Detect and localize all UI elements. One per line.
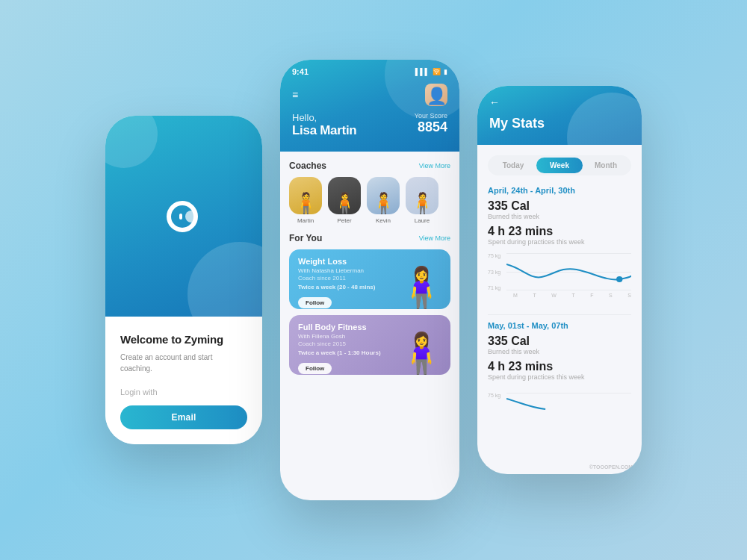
coach-figure-kevin: 🧍 bbox=[371, 193, 397, 214]
stats-time-label-2: Spent during practices this week bbox=[488, 373, 631, 381]
stats-time-1: 4 h 23 mins bbox=[488, 225, 631, 238]
card-weight-loss-figure: 🧍‍♀️ bbox=[396, 249, 447, 309]
login-email-button[interactable]: Email bbox=[120, 405, 247, 429]
chart1-day-s2: S bbox=[627, 293, 631, 298]
chart1-day-w: W bbox=[551, 293, 557, 298]
card-full-body-figure: 🧍‍♀️ bbox=[396, 315, 447, 375]
menu-icon[interactable]: ≡ bbox=[292, 89, 298, 101]
stats-cal-2: 335 Cal bbox=[488, 335, 631, 348]
coach-avatar-kevin: 🧍 bbox=[367, 177, 400, 214]
greeting-block: Hello, Lisa Martin bbox=[292, 112, 356, 138]
card-weight-loss-follow[interactable]: Follow bbox=[298, 297, 332, 308]
coach-figure-peter: 🧍 bbox=[332, 193, 358, 214]
greeting-row: Hello, Lisa Martin Your Score 8854 bbox=[292, 112, 447, 138]
for-you-section: For You View More Weight Loss With Natas… bbox=[289, 233, 450, 375]
stats-tabs: Today Week Month bbox=[488, 155, 631, 175]
greeting-hello: Hello, bbox=[292, 112, 356, 123]
stats-period-2: May, 01st - May, 07th bbox=[488, 321, 631, 330]
coach-figure-martin: 🧍 bbox=[293, 193, 319, 214]
card-full-body[interactable]: Full Body Fitness With Fillena Gosh Coac… bbox=[289, 315, 450, 375]
coach-laure[interactable]: 🧍 Laure bbox=[406, 177, 438, 224]
stats-chart-1: 75 kg 73 kg 71 kg M T W T bbox=[488, 253, 631, 298]
login-content: Welcome to Zyming Create an account and … bbox=[105, 317, 262, 444]
stats-time-2: 4 h 23 mins bbox=[488, 360, 631, 373]
watermark: ©TOOOPEN.COM bbox=[589, 464, 633, 470]
chart1-day-s1: S bbox=[609, 293, 613, 298]
bg-circle-1 bbox=[187, 242, 262, 317]
stats-cal-label-2: Burned this week bbox=[488, 348, 631, 355]
coach-avatar-laure: 🧍 bbox=[406, 177, 438, 214]
card-full-body-follow[interactable]: Follow bbox=[298, 363, 332, 374]
score-value: 8854 bbox=[415, 119, 447, 135]
coach-avatar-peter: 🧍 bbox=[328, 177, 361, 214]
login-subtitle: Create an account and startcoaching. bbox=[120, 352, 247, 374]
coach-peter[interactable]: 🧍 Peter bbox=[328, 177, 361, 224]
svg-rect-2 bbox=[179, 214, 182, 220]
chart1-day-t2: T bbox=[571, 293, 574, 298]
coach-name-martin: Martin bbox=[297, 217, 314, 224]
status-time: 9:41 bbox=[292, 67, 309, 76]
svg-point-3 bbox=[616, 276, 622, 282]
chart2-svg bbox=[506, 393, 631, 415]
tab-month[interactable]: Month bbox=[583, 158, 629, 173]
coach-kevin[interactable]: 🧍 Kevin bbox=[367, 177, 400, 224]
chart1-y-71: 71 kg bbox=[488, 285, 500, 290]
app-logo bbox=[163, 196, 205, 237]
chart1-y-75: 75 kg bbox=[488, 253, 500, 258]
coach-figure-laure: 🧍 bbox=[409, 193, 436, 214]
chart2-y-75: 75 kg bbox=[488, 393, 500, 398]
bg-circle-2 bbox=[105, 116, 158, 168]
coach-name-laure: Laure bbox=[415, 217, 430, 224]
coaches-header: Coaches View More bbox=[289, 161, 450, 171]
login-hero bbox=[105, 116, 262, 317]
chart1-svg bbox=[506, 253, 631, 290]
stats-body: Today Week Month April, 24th - April, 30… bbox=[477, 145, 642, 474]
dashboard-body: Coaches View More 🧍 Martin 🧍 Peter bbox=[280, 152, 459, 500]
chart1-days: M T W T F S S bbox=[488, 293, 631, 298]
chart1-y-73: 73 kg bbox=[488, 270, 500, 275]
coach-name-peter: Peter bbox=[337, 217, 351, 224]
coach-name-kevin: Kevin bbox=[376, 217, 391, 224]
svg-point-1 bbox=[185, 211, 197, 223]
chart1-day-m: M bbox=[513, 293, 518, 298]
coach-avatar-martin: 🧍 bbox=[289, 177, 322, 214]
score-block: Your Score 8854 bbox=[415, 112, 447, 135]
dashboard-screen: 9:41 ▌▌▌ 🛜 ▮ ≡ 👤 Hello, Lisa Martin Your… bbox=[280, 60, 459, 500]
chart1-day-f: F bbox=[590, 293, 593, 298]
stats-header: ← My Stats bbox=[477, 86, 642, 145]
stats-cal-label-1: Burned this week bbox=[488, 213, 631, 220]
login-title: Welcome to Zyming bbox=[120, 333, 247, 346]
for-you-title: For You bbox=[289, 233, 322, 243]
dashboard-header: 9:41 ▌▌▌ 🛜 ▮ ≡ 👤 Hello, Lisa Martin Your… bbox=[280, 60, 459, 152]
for-you-view-more[interactable]: View More bbox=[419, 234, 450, 242]
stats-divider bbox=[488, 314, 631, 315]
for-you-header: For You View More bbox=[289, 233, 450, 243]
stats-period-1: April, 24th - April, 30th bbox=[488, 186, 631, 195]
coaches-section: Coaches View More 🧍 Martin 🧍 Peter bbox=[289, 161, 450, 224]
card-weight-loss[interactable]: Weight Loss With Natasha Lieberman Coach… bbox=[289, 249, 450, 309]
tab-week[interactable]: Week bbox=[536, 158, 583, 173]
coach-martin[interactable]: 🧍 Martin bbox=[289, 177, 322, 224]
stats-cal-1: 335 Cal bbox=[488, 199, 631, 213]
coaches-list: 🧍 Martin 🧍 Peter 🧍 Kevin bbox=[289, 177, 450, 224]
stats-screen: ← My Stats Today Week Month April, 24th … bbox=[477, 86, 642, 474]
login-with-label: Login with bbox=[120, 388, 247, 396]
tab-today[interactable]: Today bbox=[490, 158, 536, 173]
login-screen: Welcome to Zyming Create an account and … bbox=[105, 116, 262, 444]
chart1-day-t1: T bbox=[533, 293, 536, 298]
stats-chart-2: 75 kg bbox=[488, 393, 631, 415]
user-name: Lisa Martin bbox=[292, 123, 356, 138]
coaches-title: Coaches bbox=[289, 161, 326, 171]
score-label: Your Score bbox=[415, 112, 447, 119]
stats-time-label-1: Spent during practices this week bbox=[488, 238, 631, 246]
coaches-view-more[interactable]: View More bbox=[419, 162, 450, 169]
header-circle bbox=[385, 60, 459, 119]
